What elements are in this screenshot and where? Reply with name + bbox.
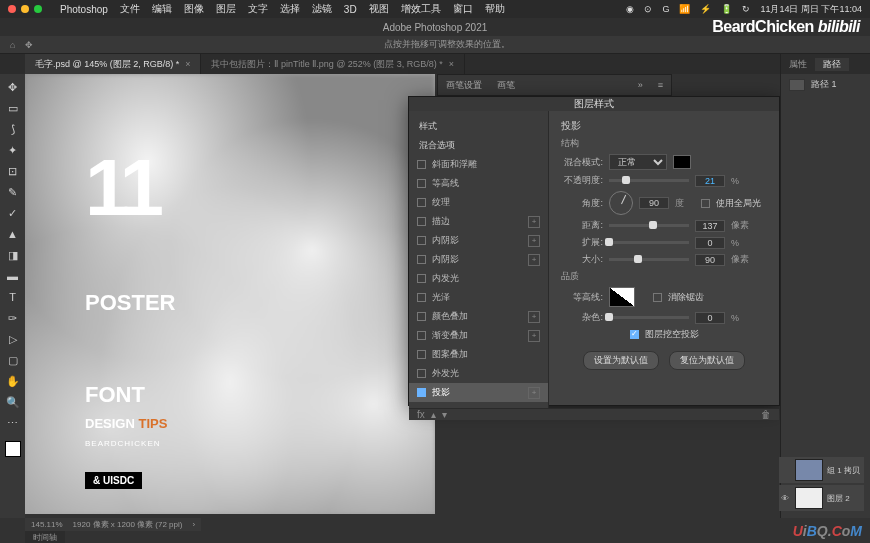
fx-icon[interactable]: fx bbox=[417, 409, 425, 420]
hand-tool[interactable]: ✋ bbox=[4, 372, 22, 390]
blend-options-header[interactable]: 混合选项 bbox=[409, 136, 548, 155]
fx-checkbox[interactable] bbox=[417, 160, 426, 169]
menu-image[interactable]: 图像 bbox=[184, 2, 204, 16]
fx-item[interactable]: 投影+ bbox=[409, 383, 548, 402]
menu-layer[interactable]: 图层 bbox=[216, 2, 236, 16]
layer-row-group[interactable]: 组 1 拷贝 bbox=[779, 457, 864, 483]
fx-item[interactable]: 描边+ bbox=[409, 212, 548, 231]
add-icon[interactable]: + bbox=[528, 254, 540, 266]
shadow-color-swatch[interactable] bbox=[673, 155, 691, 169]
tab-document-2[interactable]: 其中包括图片：Ⅱ pinTitle Ⅱ.png @ 252% (图层 3, RG… bbox=[201, 54, 465, 74]
min-dot[interactable] bbox=[21, 5, 29, 13]
panel-menu-icon[interactable]: ≡ bbox=[658, 80, 663, 90]
global-light-checkbox[interactable] bbox=[701, 199, 710, 208]
add-icon[interactable]: + bbox=[528, 235, 540, 247]
fx-checkbox[interactable] bbox=[417, 388, 426, 397]
eraser-tool[interactable]: ◨ bbox=[4, 246, 22, 264]
max-dot[interactable] bbox=[34, 5, 42, 13]
fx-item[interactable]: 渐变叠加+ bbox=[409, 326, 548, 345]
fx-checkbox[interactable] bbox=[417, 236, 426, 245]
close-icon[interactable]: × bbox=[185, 59, 190, 69]
down-icon[interactable]: ▾ bbox=[442, 409, 447, 420]
lasso-tool[interactable]: ⟆ bbox=[4, 120, 22, 138]
size-value[interactable]: 90 bbox=[695, 254, 725, 266]
fx-item[interactable]: 外发光 bbox=[409, 364, 548, 383]
fx-checkbox[interactable] bbox=[417, 255, 426, 264]
up-icon[interactable]: ▴ bbox=[431, 409, 436, 420]
angle-dial[interactable] bbox=[609, 191, 633, 215]
zoom-tool[interactable]: 🔍 bbox=[4, 393, 22, 411]
distance-slider[interactable] bbox=[609, 224, 689, 227]
distance-value[interactable]: 137 bbox=[695, 220, 725, 232]
fx-checkbox[interactable] bbox=[417, 293, 426, 302]
reset-default-button[interactable]: 复位为默认值 bbox=[669, 351, 745, 370]
app-menu[interactable]: Photoshop bbox=[60, 4, 108, 15]
fx-item[interactable]: 斜面和浮雕 bbox=[409, 155, 548, 174]
menu-edit[interactable]: 编辑 bbox=[152, 2, 172, 16]
knockout-checkbox[interactable] bbox=[630, 330, 639, 339]
path-name[interactable]: 路径 1 bbox=[811, 78, 837, 91]
wand-tool[interactable]: ✦ bbox=[4, 141, 22, 159]
fx-checkbox[interactable] bbox=[417, 331, 426, 340]
tab-paths[interactable]: 路径 bbox=[815, 58, 849, 71]
contour-picker[interactable] bbox=[609, 287, 635, 307]
fx-item[interactable]: 内阴影+ bbox=[409, 231, 548, 250]
antialias-checkbox[interactable] bbox=[653, 293, 662, 302]
window-controls[interactable] bbox=[8, 5, 42, 13]
chevron-icon[interactable]: › bbox=[192, 520, 195, 529]
menu-view[interactable]: 视图 bbox=[369, 2, 389, 16]
noise-slider[interactable] bbox=[609, 316, 689, 319]
fx-checkbox[interactable] bbox=[417, 217, 426, 226]
close-icon[interactable]: × bbox=[449, 59, 454, 69]
pen-tool[interactable]: ✑ bbox=[4, 309, 22, 327]
gradient-tool[interactable]: ▬ bbox=[4, 267, 22, 285]
menu-select[interactable]: 选择 bbox=[280, 2, 300, 16]
fx-item[interactable]: 颜色叠加+ bbox=[409, 307, 548, 326]
menu-type[interactable]: 文字 bbox=[248, 2, 268, 16]
styles-header[interactable]: 样式 bbox=[409, 117, 548, 136]
menu-filter[interactable]: 滤镜 bbox=[312, 2, 332, 16]
tab-properties[interactable]: 属性 bbox=[781, 58, 815, 71]
close-dot[interactable] bbox=[8, 5, 16, 13]
add-icon[interactable]: + bbox=[528, 216, 540, 228]
brush-tab-settings[interactable]: 画笔设置 bbox=[446, 79, 482, 92]
menu-file[interactable]: 文件 bbox=[120, 2, 140, 16]
spread-value[interactable]: 0 bbox=[695, 237, 725, 249]
opacity-slider[interactable] bbox=[609, 179, 689, 182]
path-tool[interactable]: ▷ bbox=[4, 330, 22, 348]
eyedropper-tool[interactable]: ✎ bbox=[4, 183, 22, 201]
clone-tool[interactable]: ▲ bbox=[4, 225, 22, 243]
panel-collapse-icon[interactable]: » bbox=[638, 80, 643, 90]
tab-document-1[interactable]: 毛字.psd @ 145% (图层 2, RGB/8) * × bbox=[25, 54, 201, 74]
fx-checkbox[interactable] bbox=[417, 312, 426, 321]
fx-item[interactable]: 等高线 bbox=[409, 174, 548, 193]
noise-value[interactable]: 0 bbox=[695, 312, 725, 324]
color-swatch[interactable] bbox=[5, 441, 21, 457]
fx-checkbox[interactable] bbox=[417, 179, 426, 188]
size-slider[interactable] bbox=[609, 258, 689, 261]
trash-icon[interactable]: 🗑 bbox=[761, 409, 771, 420]
layer-row[interactable]: 👁 图层 2 bbox=[779, 485, 864, 511]
fx-item[interactable]: 内阴影+ bbox=[409, 250, 548, 269]
timeline-tab[interactable]: 时间轴 bbox=[25, 531, 65, 543]
fx-checkbox[interactable] bbox=[417, 274, 426, 283]
add-icon[interactable]: + bbox=[528, 387, 540, 399]
more-tool[interactable]: ⋯ bbox=[4, 414, 22, 432]
opacity-value[interactable]: 21 bbox=[695, 175, 725, 187]
fx-checkbox[interactable] bbox=[417, 369, 426, 378]
visibility-icon[interactable]: 👁 bbox=[781, 494, 791, 503]
add-icon[interactable]: + bbox=[528, 330, 540, 342]
menu-help[interactable]: 帮助 bbox=[485, 2, 505, 16]
move-tool[interactable]: ✥ bbox=[4, 78, 22, 96]
fx-item[interactable]: 纹理 bbox=[409, 193, 548, 212]
brush-tab-brushes[interactable]: 画笔 bbox=[497, 79, 515, 92]
marquee-tool[interactable]: ▭ bbox=[4, 99, 22, 117]
menu-window[interactable]: 窗口 bbox=[453, 2, 473, 16]
fx-item[interactable]: 内发光 bbox=[409, 269, 548, 288]
fx-item[interactable]: 图案叠加 bbox=[409, 345, 548, 364]
make-default-button[interactable]: 设置为默认值 bbox=[583, 351, 659, 370]
blend-mode-select[interactable]: 正常 bbox=[609, 154, 667, 170]
fx-item[interactable]: 光泽 bbox=[409, 288, 548, 307]
zoom-level[interactable]: 145.11% bbox=[31, 520, 63, 529]
fx-checkbox[interactable] bbox=[417, 350, 426, 359]
